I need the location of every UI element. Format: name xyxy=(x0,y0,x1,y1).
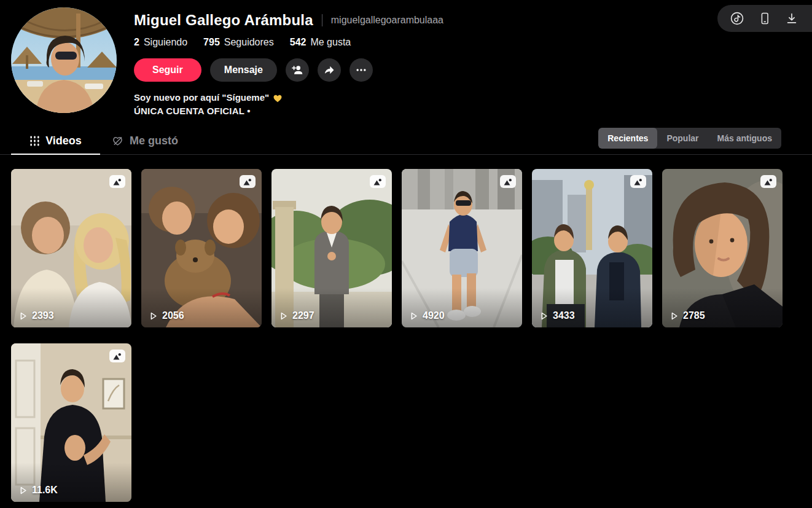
tab-liked-label: Me gustó xyxy=(130,135,178,147)
play-icon xyxy=(539,311,548,321)
play-icon xyxy=(409,311,418,321)
sort-mas-antiguos-button[interactable]: Más antiguos xyxy=(708,128,781,149)
view-count-text: 2056 xyxy=(162,310,184,321)
play-icon xyxy=(670,311,679,321)
view-count-text: 4920 xyxy=(423,310,445,321)
video-card-5[interactable]: 3433 xyxy=(532,169,652,327)
display-name: Miguel Gallego Arámbula xyxy=(134,12,313,29)
bio: Soy nuevo por aquí "Sígueme" ÚNICA CUENT… xyxy=(134,92,443,117)
follow-button[interactable]: Seguir xyxy=(134,58,201,82)
view-count: 11.6K xyxy=(18,485,58,496)
heart-slash-icon xyxy=(111,135,124,147)
person-add-icon xyxy=(291,64,303,76)
ellipsis-icon xyxy=(355,64,367,76)
profile-header: Miguel Gallego Arámbula miguelgallegoara… xyxy=(11,7,443,117)
play-icon xyxy=(18,311,28,321)
video-grid: 2393 2056 xyxy=(11,169,783,502)
following-label: Siguiendo xyxy=(144,37,187,48)
view-count-text: 2393 xyxy=(32,310,54,321)
photo-carousel-icon xyxy=(500,175,516,188)
username: miguelgallegoarambulaaa xyxy=(331,15,443,26)
thumbnail-shade xyxy=(11,288,131,327)
tiktok-logo-icon[interactable] xyxy=(730,11,744,26)
view-count-text: 2297 xyxy=(292,310,314,321)
bio-text: Soy nuevo por aquí "Sígueme" xyxy=(134,92,269,104)
play-icon xyxy=(18,486,28,495)
stat-likes[interactable]: 542 Me gusta xyxy=(290,37,351,48)
share-button[interactable] xyxy=(318,58,341,82)
followers-count: 795 xyxy=(203,37,220,48)
stats-row: 2 Siguiendo 795 Seguidores 542 Me gusta xyxy=(134,37,443,48)
tab-videos-label: Videos xyxy=(45,135,82,147)
photo-carousel-icon xyxy=(240,175,256,188)
view-count-text: 3433 xyxy=(553,310,575,321)
sort-popular-button[interactable]: Popular xyxy=(657,128,708,149)
video-card-6[interactable]: 2785 xyxy=(662,169,783,327)
grid-icon xyxy=(29,136,40,146)
video-card-3[interactable]: 2297 xyxy=(271,169,392,327)
view-count: 2393 xyxy=(18,310,54,321)
sort-recientes-button[interactable]: Recientes xyxy=(598,128,657,149)
avatar-beach-photo xyxy=(11,7,117,113)
play-icon xyxy=(279,311,288,321)
video-card-4[interactable]: 4920 xyxy=(402,169,522,327)
name-divider xyxy=(322,14,322,26)
likes-count: 542 xyxy=(290,37,306,48)
stat-following[interactable]: 2 Siguiendo xyxy=(134,37,187,48)
more-button[interactable] xyxy=(349,58,373,82)
thumbnail-shade xyxy=(11,463,131,502)
photo-carousel-icon xyxy=(760,175,776,188)
photo-carousel-icon xyxy=(109,175,125,188)
thumbnail-shade xyxy=(532,288,652,327)
tab-videos[interactable]: Videos xyxy=(11,127,100,154)
photo-carousel-icon xyxy=(109,350,125,362)
view-count: 2785 xyxy=(670,310,705,321)
following-count: 2 xyxy=(134,37,139,48)
sort-control: Recientes Popular Más antiguos xyxy=(598,128,781,149)
view-count-text: 11.6K xyxy=(32,485,58,496)
yellow-heart-emoji xyxy=(273,93,283,103)
play-icon xyxy=(149,311,158,321)
bio-text-line2: ÚNICA CUENTA OFICIAL • xyxy=(134,105,443,117)
avatar[interactable] xyxy=(11,7,117,113)
action-buttons: Seguir Mensaje xyxy=(134,58,443,82)
profile-tabs: Videos Me gustó Recientes Popular Más an… xyxy=(0,127,812,155)
share-arrow-icon xyxy=(323,64,335,76)
download-icon[interactable] xyxy=(785,12,798,25)
followers-label: Seguidores xyxy=(224,37,274,48)
thumbnail-shade xyxy=(141,288,262,327)
mobile-device-icon[interactable] xyxy=(758,12,771,25)
view-count: 3433 xyxy=(539,310,575,321)
stat-followers[interactable]: 795 Seguidores xyxy=(203,37,274,48)
likes-label: Me gusta xyxy=(310,37,351,48)
message-button[interactable]: Mensaje xyxy=(210,58,277,82)
photo-carousel-icon xyxy=(630,175,646,188)
view-count-text: 2785 xyxy=(683,310,705,321)
thumbnail-shade xyxy=(402,288,522,327)
view-count: 2056 xyxy=(149,310,184,321)
video-card-2[interactable]: 2056 xyxy=(141,169,262,327)
video-card-1[interactable]: 2393 xyxy=(11,169,131,327)
view-count: 2297 xyxy=(279,310,314,321)
photo-carousel-icon xyxy=(370,175,386,188)
thumbnail-shade xyxy=(271,288,392,327)
name-row: Miguel Gallego Arámbula miguelgallegoara… xyxy=(134,12,443,29)
add-friend-button[interactable] xyxy=(286,58,309,82)
thumbnail-shade xyxy=(662,288,783,327)
floating-toolbar xyxy=(717,5,812,32)
tab-liked[interactable]: Me gustó xyxy=(100,127,189,154)
view-count: 4920 xyxy=(409,310,445,321)
video-card-7[interactable]: 11.6K xyxy=(11,343,131,502)
